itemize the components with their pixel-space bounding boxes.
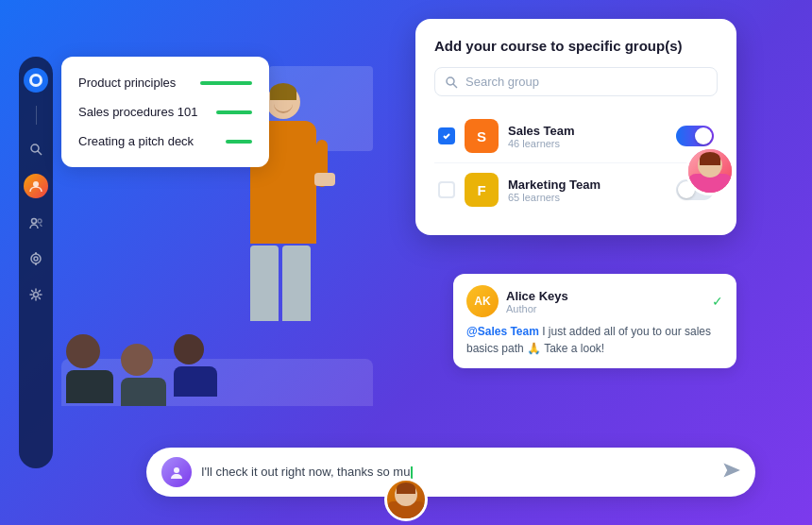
chat-checkmark-icon: ✓ bbox=[712, 294, 723, 309]
svg-line-3 bbox=[38, 151, 42, 155]
svg-point-2 bbox=[31, 144, 39, 152]
course-title-1: Product principles bbox=[78, 76, 176, 90]
chat-mention: @Sales Team bbox=[466, 325, 539, 338]
svg-point-8 bbox=[34, 257, 38, 261]
svg-point-12 bbox=[447, 77, 454, 85]
sidebar-settings-icon[interactable] bbox=[25, 283, 47, 306]
sidebar-users-icon[interactable] bbox=[25, 212, 47, 234]
attendee-1 bbox=[66, 334, 113, 406]
svg-line-13 bbox=[453, 84, 457, 88]
sidebar-search-icon[interactable] bbox=[25, 138, 47, 161]
message-input-bar: I'll check it out right now, thanks so m… bbox=[146, 448, 755, 497]
course-progress-2 bbox=[216, 110, 252, 114]
attendees-row bbox=[66, 334, 217, 406]
bottom-avatar-bubble bbox=[384, 478, 428, 521]
sidebar bbox=[19, 57, 53, 468]
dialog-title: Add your course to specific group(s) bbox=[434, 38, 718, 54]
marketing-team-info: Marketing Team 65 learners bbox=[508, 178, 667, 203]
search-placeholder: Search group bbox=[465, 75, 707, 89]
add-to-group-dialog: Add your course to specific group(s) Sea… bbox=[415, 19, 736, 235]
group-item-sales[interactable]: S Sales Team 46 learners bbox=[434, 110, 718, 163]
group-item-marketing[interactable]: F Marketing Team 65 learners bbox=[434, 163, 718, 216]
course-panel: Product principles Sales procedures 101 … bbox=[61, 57, 269, 167]
attendee-3 bbox=[174, 334, 217, 406]
course-item-1[interactable]: Product principles bbox=[73, 68, 258, 97]
chat-author-name: Alice Keys bbox=[506, 289, 568, 303]
svg-point-4 bbox=[33, 181, 39, 187]
svg-point-11 bbox=[34, 293, 39, 297]
sales-team-checkbox[interactable] bbox=[438, 127, 455, 144]
marketing-team-checkbox[interactable] bbox=[438, 181, 455, 198]
sales-team-name: Sales Team bbox=[508, 124, 667, 138]
bottom-avatar-inner bbox=[387, 481, 425, 518]
course-item-2[interactable]: Sales procedures 101 bbox=[73, 97, 258, 127]
sidebar-star-icon[interactable] bbox=[25, 247, 47, 270]
chat-message: @Sales Team I just added all of you to o… bbox=[466, 323, 723, 357]
sidebar-divider bbox=[36, 106, 37, 125]
sidebar-logo[interactable] bbox=[24, 68, 48, 93]
svg-point-1 bbox=[32, 76, 40, 84]
profile-bubble-inner bbox=[688, 149, 732, 193]
message-input-text: I'll check it out right now, thanks so m… bbox=[201, 465, 410, 479]
sidebar-user-avatar[interactable] bbox=[24, 174, 48, 198]
search-box[interactable]: Search group bbox=[434, 67, 718, 96]
sales-team-toggle[interactable] bbox=[676, 126, 714, 146]
chat-author-info: Alice Keys Author bbox=[506, 289, 568, 314]
sales-team-learners: 46 learners bbox=[508, 138, 667, 149]
profile-bubble-overlay bbox=[685, 146, 735, 195]
message-input-field[interactable]: I'll check it out right now, thanks so m… bbox=[201, 465, 714, 480]
course-title-3: Creating a pitch deck bbox=[78, 134, 194, 148]
sales-team-toggle-knob bbox=[695, 127, 712, 144]
marketing-team-name: Marketing Team bbox=[508, 178, 667, 192]
send-button[interactable] bbox=[723, 462, 740, 483]
marketing-team-avatar: F bbox=[465, 173, 499, 207]
course-item-3[interactable]: Creating a pitch deck bbox=[73, 127, 258, 156]
marketing-team-learners: 65 learners bbox=[508, 192, 667, 203]
chat-author-role: Author bbox=[506, 303, 568, 314]
attendee-2 bbox=[121, 344, 166, 406]
message-bar-avatar bbox=[161, 457, 192, 487]
chat-author-row: AK Alice Keys Author ✓ bbox=[466, 285, 723, 317]
sales-team-info: Sales Team 46 learners bbox=[508, 124, 667, 149]
chat-author-avatar: AK bbox=[466, 285, 499, 317]
sales-team-avatar: S bbox=[465, 119, 499, 153]
text-cursor bbox=[411, 466, 413, 480]
course-title-2: Sales procedures 101 bbox=[78, 105, 197, 119]
search-icon bbox=[445, 76, 458, 89]
course-progress-3 bbox=[226, 140, 252, 144]
chat-comment-card: AK Alice Keys Author ✓ @Sales Team I jus… bbox=[453, 274, 736, 368]
course-progress-1 bbox=[200, 81, 252, 85]
svg-point-5 bbox=[32, 219, 37, 224]
svg-point-7 bbox=[31, 254, 41, 263]
svg-point-6 bbox=[38, 219, 42, 223]
svg-point-14 bbox=[174, 467, 179, 473]
